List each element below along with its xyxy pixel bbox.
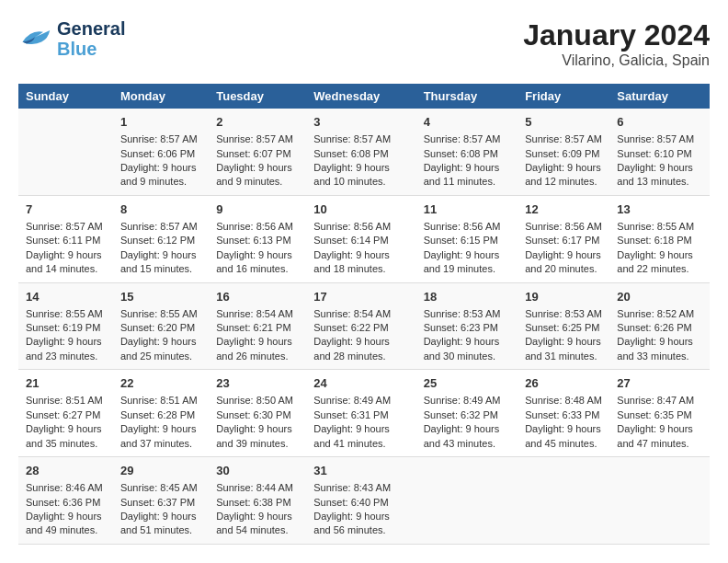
day-number: 17 — [313, 289, 408, 305]
day-number: 28 — [26, 463, 106, 479]
calendar-cell: 28 Sunrise: 8:46 AM Sunset: 6:36 PM Dayl… — [18, 457, 113, 545]
daylight: Daylight: 9 hours and 30 minutes. — [424, 336, 500, 361]
day-number: 2 — [216, 114, 299, 131]
sunset: Sunset: 6:22 PM — [313, 322, 388, 333]
calendar-cell: 24 Sunrise: 8:49 AM Sunset: 6:31 PM Dayl… — [306, 370, 415, 457]
daylight: Daylight: 9 hours and 9 minutes. — [216, 162, 292, 187]
sunrise: Sunrise: 8:56 AM — [525, 221, 602, 232]
daylight: Daylight: 9 hours and 20 minutes. — [525, 249, 601, 274]
header-sunday: Sunday — [18, 84, 113, 109]
day-number: 16 — [216, 289, 299, 305]
day-number: 6 — [617, 114, 702, 131]
daylight: Daylight: 9 hours and 43 minutes. — [424, 423, 500, 448]
daylight: Daylight: 9 hours and 28 minutes. — [313, 336, 390, 361]
sunset: Sunset: 6:28 PM — [120, 409, 195, 420]
calendar-cell: 13 Sunrise: 8:55 AM Sunset: 6:18 PM Dayl… — [609, 195, 710, 282]
calendar-cell: 8 Sunrise: 8:57 AM Sunset: 6:12 PM Dayli… — [113, 195, 209, 282]
sunset: Sunset: 6:13 PM — [216, 235, 290, 246]
sunrise: Sunrise: 8:47 AM — [617, 395, 694, 406]
day-number: 7 — [26, 201, 106, 218]
sunrise: Sunrise: 8:51 AM — [26, 395, 103, 406]
week-row-5: 28 Sunrise: 8:46 AM Sunset: 6:36 PM Dayl… — [18, 457, 710, 545]
sunrise: Sunrise: 8:44 AM — [216, 482, 293, 493]
day-number: 15 — [120, 289, 201, 305]
day-number: 30 — [216, 463, 299, 479]
sunrise: Sunrise: 8:57 AM — [120, 133, 198, 144]
calendar-cell: 4 Sunrise: 8:57 AM Sunset: 6:08 PM Dayli… — [416, 109, 518, 195]
calendar-cell: 18 Sunrise: 8:53 AM Sunset: 6:23 PM Dayl… — [416, 282, 518, 370]
daylight: Daylight: 9 hours and 26 minutes. — [216, 336, 292, 361]
daylight: Daylight: 9 hours and 12 minutes. — [525, 162, 601, 187]
calendar-cell: 29 Sunrise: 8:45 AM Sunset: 6:37 PM Dayl… — [113, 457, 209, 545]
daylight: Daylight: 9 hours and 18 minutes. — [313, 249, 390, 274]
logo-bird-icon — [18, 25, 51, 52]
calendar-cell: 6 Sunrise: 8:57 AM Sunset: 6:10 PM Dayli… — [609, 109, 710, 195]
title-block: January 2024 Vilarino, Galicia, Spain — [523, 18, 710, 69]
day-number: 12 — [525, 201, 602, 218]
day-number: 9 — [216, 201, 299, 218]
calendar-subtitle: Vilarino, Galicia, Spain — [523, 52, 710, 69]
day-number: 27 — [617, 375, 702, 392]
daylight: Daylight: 9 hours and 45 minutes. — [525, 423, 601, 448]
sunset: Sunset: 6:31 PM — [313, 409, 388, 420]
daylight: Daylight: 9 hours and 33 minutes. — [617, 336, 693, 361]
calendar-cell: 30 Sunrise: 8:44 AM Sunset: 6:38 PM Dayl… — [209, 457, 306, 545]
calendar-cell: 17 Sunrise: 8:54 AM Sunset: 6:22 PM Dayl… — [306, 282, 415, 370]
sunset: Sunset: 6:08 PM — [313, 148, 388, 159]
day-number: 20 — [617, 289, 702, 305]
day-number: 11 — [424, 201, 511, 218]
sunset: Sunset: 6:38 PM — [216, 497, 290, 508]
daylight: Daylight: 9 hours and 41 minutes. — [313, 423, 390, 448]
calendar-cell: 12 Sunrise: 8:56 AM Sunset: 6:17 PM Dayl… — [518, 195, 609, 282]
sunset: Sunset: 6:35 PM — [617, 409, 691, 420]
sunset: Sunset: 6:26 PM — [617, 322, 691, 333]
calendar-cell: 11 Sunrise: 8:56 AM Sunset: 6:15 PM Dayl… — [416, 195, 518, 282]
calendar-cell: 21 Sunrise: 8:51 AM Sunset: 6:27 PM Dayl… — [18, 370, 113, 457]
logo-text-blue: Blue — [57, 39, 125, 59]
sunset: Sunset: 6:37 PM — [120, 497, 195, 508]
daylight: Daylight: 9 hours and 13 minutes. — [617, 162, 693, 187]
sunrise: Sunrise: 8:46 AM — [26, 482, 103, 493]
daylight: Daylight: 9 hours and 14 minutes. — [26, 249, 102, 274]
sunrise: Sunrise: 8:55 AM — [120, 308, 198, 319]
daylight: Daylight: 9 hours and 25 minutes. — [120, 336, 197, 361]
sunrise: Sunrise: 8:53 AM — [525, 308, 602, 319]
sunset: Sunset: 6:15 PM — [424, 235, 498, 246]
day-number: 24 — [313, 375, 408, 392]
sunset: Sunset: 6:06 PM — [120, 148, 195, 159]
header-tuesday: Tuesday — [209, 84, 306, 109]
logo-text-general: General — [57, 18, 125, 39]
sunrise: Sunrise: 8:57 AM — [313, 133, 391, 144]
calendar-cell: 25 Sunrise: 8:49 AM Sunset: 6:32 PM Dayl… — [416, 370, 518, 457]
daylight: Daylight: 9 hours and 22 minutes. — [617, 249, 693, 274]
sunrise: Sunrise: 8:57 AM — [120, 221, 198, 232]
daylight: Daylight: 9 hours and 35 minutes. — [26, 423, 102, 448]
daylight: Daylight: 9 hours and 37 minutes. — [120, 423, 197, 448]
day-number: 21 — [26, 375, 106, 392]
day-number: 18 — [424, 289, 511, 305]
daylight: Daylight: 9 hours and 54 minutes. — [216, 511, 292, 535]
sunrise: Sunrise: 8:55 AM — [617, 221, 694, 232]
daylight: Daylight: 9 hours and 16 minutes. — [216, 249, 292, 274]
sunset: Sunset: 6:40 PM — [313, 497, 388, 508]
sunset: Sunset: 6:17 PM — [525, 235, 599, 246]
calendar-cell: 23 Sunrise: 8:50 AM Sunset: 6:30 PM Dayl… — [209, 370, 306, 457]
page-header: General Blue January 2024 Vilarino, Gali… — [18, 18, 710, 69]
daylight: Daylight: 9 hours and 10 minutes. — [313, 162, 390, 187]
daylight: Daylight: 9 hours and 19 minutes. — [424, 249, 500, 274]
sunrise: Sunrise: 8:49 AM — [313, 395, 391, 406]
day-number: 10 — [313, 201, 408, 218]
calendar-cell — [518, 457, 609, 545]
calendar-cell: 10 Sunrise: 8:56 AM Sunset: 6:14 PM Dayl… — [306, 195, 415, 282]
sunset: Sunset: 6:32 PM — [424, 409, 498, 420]
sunrise: Sunrise: 8:56 AM — [216, 221, 293, 232]
day-number: 13 — [617, 201, 702, 218]
sunset: Sunset: 6:36 PM — [26, 497, 100, 508]
calendar-cell: 22 Sunrise: 8:51 AM Sunset: 6:28 PM Dayl… — [113, 370, 209, 457]
calendar-cell — [609, 457, 710, 545]
sunrise: Sunrise: 8:54 AM — [313, 308, 391, 319]
sunrise: Sunrise: 8:56 AM — [424, 221, 501, 232]
daylight: Daylight: 9 hours and 11 minutes. — [424, 162, 500, 187]
header-saturday: Saturday — [609, 84, 710, 109]
calendar-cell: 16 Sunrise: 8:54 AM Sunset: 6:21 PM Dayl… — [209, 282, 306, 370]
